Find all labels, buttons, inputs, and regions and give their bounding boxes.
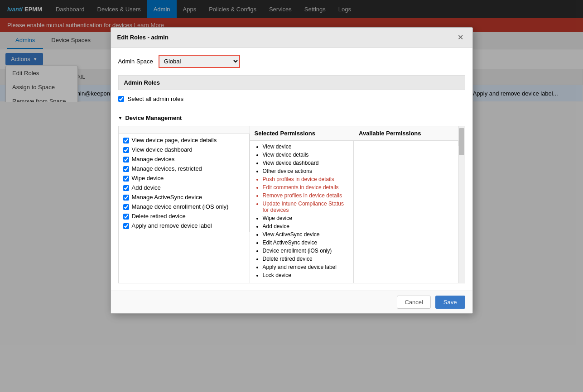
select-all-row: Select all admin roles [118, 96, 465, 102]
select-all-label: Select all admin roles [128, 96, 184, 102]
modal-close-button[interactable]: ✕ [455, 32, 466, 43]
select-all-checkbox[interactable] [118, 96, 124, 102]
modal-title: Edit Roles - admin [117, 34, 169, 41]
admin-roles-header: Admin Roles [118, 75, 465, 90]
modal-header: Edit Roles - admin ✕ [111, 28, 472, 48]
edit-roles-modal: Edit Roles - admin ✕ Admin Space Global … [111, 27, 473, 102]
admin-space-label: Admin Space [118, 58, 153, 65]
modal-body: Admin Space Global Admin Roles Select al… [111, 48, 472, 102]
modal-overlay: Edit Roles - admin ✕ Admin Space Global … [0, 0, 583, 102]
admin-space-select[interactable]: Global [159, 55, 240, 68]
admin-space-row: Admin Space Global [118, 55, 465, 68]
